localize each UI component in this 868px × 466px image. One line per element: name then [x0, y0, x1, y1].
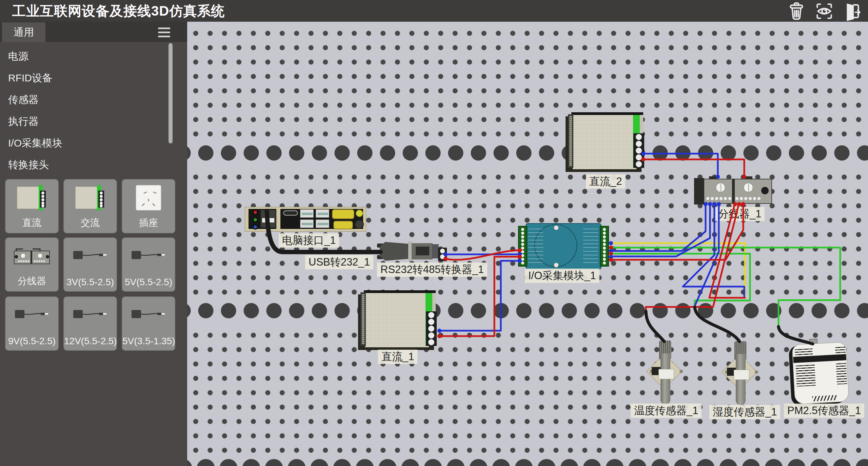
tile-3v-adapter[interactable]: 3V(5.5-2.5)	[63, 237, 117, 292]
audio-jack-blue	[253, 224, 258, 230]
category-rfid[interactable]: RFID设备	[0, 67, 187, 89]
usb-port	[300, 209, 314, 218]
adapter-thumb-icon	[128, 241, 169, 273]
usb-port	[316, 209, 329, 218]
device-io-module[interactable]	[518, 223, 609, 270]
device-label-io-module: I/O采集模块_1	[525, 269, 599, 283]
pegboard-canvas[interactable]: 直流_2 电脑接口_1 USB转232_1 RS232转485转换器_1 I/O…	[187, 21, 868, 466]
io-terminal-strip-left	[518, 226, 527, 267]
audio-jack-red	[253, 210, 258, 215]
slot-port	[283, 210, 298, 216]
exit-icon[interactable]	[842, 1, 862, 21]
tile-label: 直流	[6, 216, 58, 229]
tile-label: 交流	[64, 216, 116, 229]
device-rs232-485-converter[interactable]	[380, 241, 446, 261]
device-pm25-sensor[interactable]	[792, 342, 851, 406]
category-adapter[interactable]: 转换接头	[0, 154, 187, 176]
device-label-usb232: USB转232_1	[305, 255, 373, 269]
trash-icon[interactable]	[787, 1, 806, 21]
view-eye-icon[interactable]	[814, 1, 834, 21]
category-list: 电源 RFID设备 传感器 执行器 I/O采集模块 转换接头	[0, 45, 187, 176]
round-port-dark	[355, 220, 364, 229]
sidebar-scrollbar[interactable]	[169, 43, 173, 143]
tile-label: 9V(5.5-2.5)	[6, 336, 58, 347]
device-pc-interface[interactable]	[245, 207, 366, 232]
socket-thumb-icon	[132, 182, 165, 215]
tile-label: 12V(5.5-2.5)	[64, 336, 116, 347]
category-power[interactable]: 电源	[0, 45, 187, 67]
category-actuator[interactable]: 执行器	[0, 111, 187, 132]
tile-5v-adapter[interactable]: 5V(5.5-2.5)	[122, 237, 175, 292]
tile-ac[interactable]: 交流	[63, 179, 117, 233]
toolbar	[787, 1, 862, 21]
tile-socket[interactable]: 插座	[122, 179, 175, 233]
vga-port	[332, 209, 354, 219]
category-sensor[interactable]: 传感器	[0, 89, 187, 111]
device-label-dc1: 直流_1	[378, 350, 417, 364]
title-bar: 工业互联网设备及接线3D仿真系统	[0, 0, 868, 22]
device-dc-power-2[interactable]	[568, 114, 643, 172]
sidebar-tabbar: 通用	[0, 22, 187, 42]
component-sidebar: 通用 电源 RFID设备 传感器 执行器 I/O采集模块 转换接头	[0, 22, 187, 466]
audio-jack-green	[253, 217, 258, 222]
page-title: 工业互联网设备及接线3D仿真系统	[12, 0, 225, 22]
tile-dc[interactable]: 直流	[5, 179, 59, 233]
category-io-module[interactable]: I/O采集模块	[0, 132, 187, 154]
tab-general[interactable]: 通用	[2, 22, 45, 42]
tile-label: 分线器	[6, 275, 58, 288]
dc-module-thumb-icon	[15, 182, 49, 215]
adapter-thumb-icon	[70, 241, 111, 273]
ps2-port	[261, 210, 276, 228]
device-label-pm25-sensor: PM2.5传感器_1	[784, 404, 864, 418]
tile-label: 3V(5.5-2.5)	[64, 277, 116, 288]
pegboard-hole-band	[187, 139, 868, 167]
pegboard-hole-band	[187, 296, 868, 325]
tile-9v-adapter[interactable]: 9V(5.5-2.5)	[5, 296, 59, 351]
serial-port	[333, 221, 353, 229]
device-label-splitter: 分线器_1	[715, 207, 765, 221]
adapter-thumb-icon	[128, 300, 169, 332]
tile-5v-135-adapter[interactable]: 5V(3.5-1.35)	[122, 296, 175, 351]
tile-label: 5V(5.5-2.5)	[122, 277, 175, 288]
ac-module-thumb-icon	[73, 182, 107, 215]
usb-port	[300, 219, 314, 228]
adapter-thumb-icon	[70, 300, 111, 332]
device-splitter[interactable]	[694, 178, 772, 207]
device-dc-power-1[interactable]	[360, 292, 436, 350]
splitter-thumb-icon	[12, 241, 52, 273]
adapter-thumb-icon	[12, 300, 52, 332]
tile-label: 插座	[122, 216, 175, 229]
tile-label: 5V(3.5-1.35)	[122, 336, 175, 347]
app-window: 工业互联网设备及接线3D仿真系统	[0, 0, 868, 466]
device-label-pc-port: 电脑接口_1	[279, 233, 339, 248]
device-label-dc2: 直流_2	[586, 174, 625, 189]
usb-port	[316, 219, 329, 228]
device-label-rs232-485: RS232转485转换器_1	[377, 263, 487, 277]
io-terminal-strip-right	[600, 226, 609, 267]
tile-splitter[interactable]: 分线器	[5, 237, 59, 292]
menu-hamburger-icon[interactable]	[158, 27, 170, 38]
tile-12v-adapter[interactable]: 12V(5.5-2.5)	[63, 296, 117, 351]
round-port-yellow	[356, 210, 363, 217]
device-label-temp-sensor: 温度传感器_1	[631, 404, 702, 418]
pegboard-hole-band	[187, 457, 868, 466]
device-label-humidity-sensor: 湿度传感器_1	[709, 405, 780, 419]
